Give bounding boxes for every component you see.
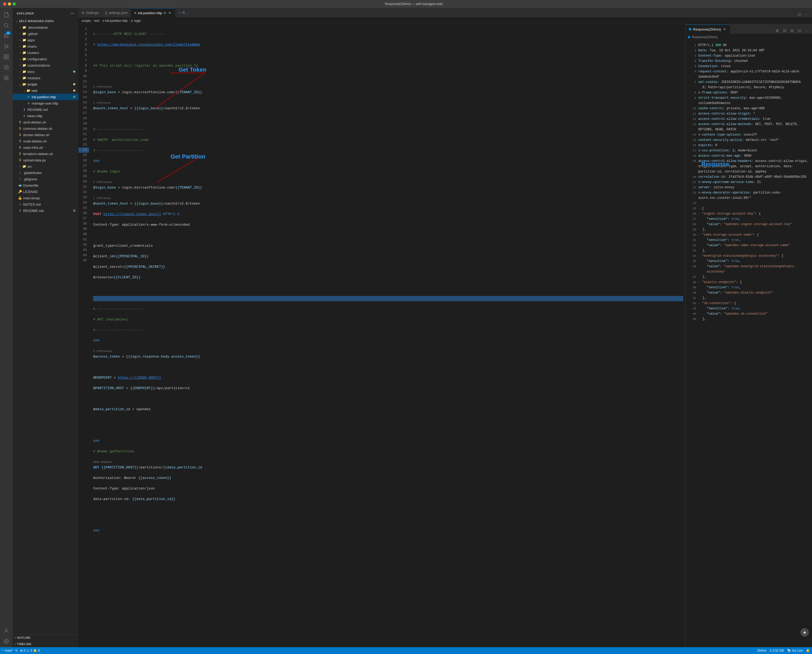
code-editor[interactable]: # --------HTTP REST CLIENT -------- # ht… <box>91 24 685 647</box>
resp-line-7b: D; Path=/api/partition/v1; Secure; HttpO… <box>689 85 809 90</box>
sidebar-item-scripts[interactable]: ⌄ 📂 scripts <box>13 81 78 87</box>
file-http-icon: ≡ <box>26 95 31 99</box>
sidebar-item-gitignore[interactable]: ≡ .gitignore <box>13 176 78 182</box>
breadcrumb-file[interactable]: ≡ init-partition.http <box>102 19 128 23</box>
response-action-3[interactable]: ⧉ <box>789 28 795 34</box>
folder-open-icon: 📂 <box>22 82 26 86</box>
close-button[interactable] <box>3 2 6 6</box>
scroll-to-top-button[interactable]: ▲ <box>800 628 809 637</box>
sidebar-item-azcli[interactable]: $ azcli-debian.sh <box>13 119 78 125</box>
tab-settings[interactable]: ⚙ Settings <box>78 8 102 17</box>
notifications-button[interactable]: 🔔 <box>806 649 810 652</box>
sidebar-item-clusters[interactable]: › 📁 clusters <box>13 49 78 56</box>
sidebar-item-osdu-infra[interactable]: $ osdu-infra.sh <box>13 144 78 151</box>
svg-point-14 <box>6 641 7 642</box>
file-sh-icon2: $ <box>18 126 22 131</box>
close-response-button[interactable]: ✕ <box>722 27 727 31</box>
tab-settings-json[interactable]: {} settings.json <box>102 8 131 17</box>
svg-rect-9 <box>4 57 6 59</box>
search-icon[interactable] <box>2 21 11 30</box>
sidebar-item-node[interactable]: $ node-debian.sh <box>13 138 78 144</box>
sidebar-item-src[interactable]: › 📁 src <box>13 163 78 170</box>
sidebar-item-readme-root[interactable]: ℹ README.md M <box>13 208 78 214</box>
sidebar-item-configuration[interactable]: › 📁 configuration <box>13 56 78 62</box>
response-action-1[interactable]: ⊞ <box>774 28 780 34</box>
sidebar-item-readme-scripts[interactable]: ℹ README.md <box>13 106 78 113</box>
settings-icon[interactable] <box>2 637 11 646</box>
sidebar-item-terraform[interactable]: $ terraform-debian.sh <box>13 151 78 157</box>
sidebar-item-notes[interactable]: ≡ NOTES.md <box>13 201 78 208</box>
response-content[interactable]: 1 HTTP/1.1 200 OK 2 Date: Tue, 19 Oct 20… <box>686 41 812 647</box>
resp-line-28: 28 "value": "opendes-ingest-storage-acco… <box>689 222 809 227</box>
sidebar-more-button[interactable]: ··· <box>70 11 74 16</box>
sidebar-item-charts[interactable]: › 📁 charts <box>13 43 78 49</box>
remote-explorer-icon[interactable] <box>2 63 11 72</box>
svg-point-11 <box>4 65 9 70</box>
docker-icon: 🐳 <box>18 183 22 188</box>
outline-header[interactable]: › OUTLINE <box>13 634 78 641</box>
sidebar-item-apps[interactable]: › 📁 apps <box>13 37 78 43</box>
close-tab-button[interactable]: ✕ <box>168 11 172 15</box>
breadcrumb-symbol[interactable]: ⊙ login <box>131 19 141 23</box>
file-http-icon3: ≡ <box>22 114 26 118</box>
sidebar-item-rest[interactable]: ⌄ 📂 rest <box>13 87 78 94</box>
errors-indicator[interactable]: ⊗ 0 ⚠ 0 🔔 0 <box>20 649 40 652</box>
resp-line-16: 16 expires: 0 <box>689 143 809 148</box>
branch-name: main* <box>5 649 13 652</box>
sidebar-item-license[interactable]: 🔑 LICENSE <box>13 188 78 195</box>
tab-response[interactable]: ® R ··· <box>175 8 193 17</box>
breadcrumb-scripts[interactable]: scripts <box>82 19 91 23</box>
breadcrumb: scripts › rest › ≡ init-partition.http ›… <box>78 17 812 24</box>
folder-icon: 📁 <box>22 57 26 61</box>
files-icon[interactable] <box>2 10 11 20</box>
branch-indicator[interactable]: ⑂ main* <box>2 649 13 652</box>
sidebar-item-devcontainer[interactable]: › 📁 .devcontainer <box>13 24 78 31</box>
sidebar-item-root[interactable]: ⌄ SELF-MANAGED-OSDU <box>13 18 78 24</box>
sidebar-item-bicep[interactable]: 💪 main.bicep <box>13 195 78 201</box>
sidebar-item-token[interactable]: ≡ token.http <box>13 113 78 119</box>
resp-line-38: 38 ⌄ "elastic-endpoint": { <box>689 280 809 285</box>
code-content[interactable]: 12345 678910 1112131415 1617181920 21222… <box>78 24 685 647</box>
editor-area: ⚙ Settings {} settings.json ≡ init-parti… <box>78 8 812 647</box>
source-control-icon[interactable]: 10 <box>2 31 11 41</box>
svg-point-2 <box>7 37 8 38</box>
minimize-button[interactable] <box>8 2 11 6</box>
resp-line-15: 15 content-security-policy: default-src … <box>689 138 809 143</box>
sidebar-item-dockerfile[interactable]: 🐳 Dockerfile <box>13 182 78 188</box>
resp-line-24: 24 <box>689 201 809 206</box>
sidebar-item-gitattributes[interactable]: ≡ .gitattributes <box>13 170 78 176</box>
tab-response-active[interactable]: Response(254ms) ✕ <box>686 24 730 34</box>
sidebar-item-modules[interactable]: › 📁 modules <box>13 75 78 81</box>
sidebar-item-common[interactable]: $ common-debian.sh <box>13 125 78 131</box>
sidebar-item-docker-sh[interactable]: $ docker-debian.sh <box>13 131 78 138</box>
window-controls[interactable] <box>3 2 16 6</box>
more-actions-button[interactable]: ··· <box>804 11 810 17</box>
resp-line-23: 23 x-envoy-decorator-operation: partitio… <box>689 190 809 201</box>
timeline-header[interactable]: › TIMELINE <box>13 641 78 647</box>
sidebar-item-manage-user[interactable]: ≡ manage-user.http <box>13 100 78 106</box>
rest-client-icon[interactable] <box>2 73 11 83</box>
sidebar-item-customizations[interactable]: › 📁 customizations <box>13 62 78 69</box>
response-action-2[interactable]: ⊟ <box>781 28 788 34</box>
extensions-icon[interactable] <box>2 52 11 62</box>
go-live-button[interactable]: 📡 Go Live <box>787 649 803 652</box>
editors-split: 12345 678910 1112131415 1617181920 21222… <box>78 24 812 647</box>
split-editor-button[interactable]: ⊡ <box>796 11 803 17</box>
go-live-label: Go Live <box>792 649 803 652</box>
account-icon[interactable] <box>2 626 11 636</box>
breadcrumb-rest[interactable]: rest <box>94 19 99 23</box>
root-arrow: ⌄ <box>15 19 19 23</box>
response-more-button[interactable]: ··· <box>804 28 810 34</box>
run-debug-icon[interactable] <box>2 41 11 51</box>
sidebar-item-github[interactable]: › 📁 .github <box>13 31 78 37</box>
file-py-icon: $ <box>18 158 22 162</box>
maximize-button[interactable] <box>13 2 16 6</box>
sidebar-item-docs[interactable]: › 📁 docs <box>13 69 78 75</box>
status-dot-yellow <box>73 83 75 85</box>
sidebar-item-upload[interactable]: $ upload-data.py <box>13 157 78 163</box>
sync-indicator[interactable]: ↻ <box>15 649 18 652</box>
svg-point-12 <box>6 67 8 69</box>
response-action-4[interactable]: ⊡ <box>796 28 803 34</box>
sidebar-item-init-partition[interactable]: ≡ init-partition.http M <box>13 94 78 100</box>
tab-init-partition[interactable]: ≡ init-partition.http M ✕ <box>131 8 175 17</box>
